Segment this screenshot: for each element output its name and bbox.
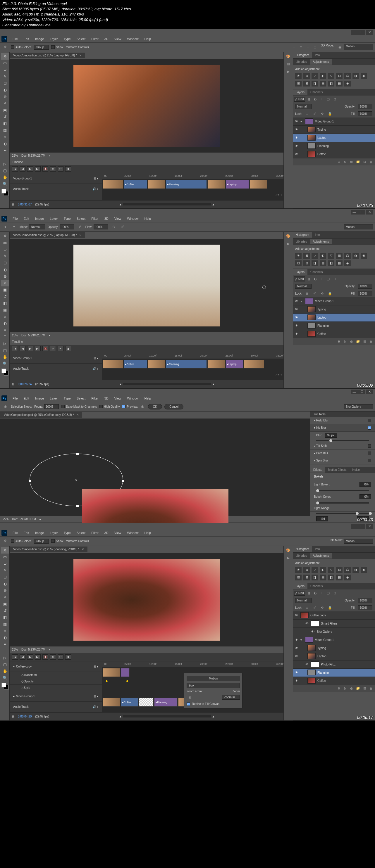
- blend-mode-dropdown[interactable]: Normal: [295, 284, 312, 289]
- healing-tool[interactable]: ⊕: [1, 273, 9, 280]
- clip-thumb-4[interactable]: [250, 180, 267, 189]
- mask-icon[interactable]: ◐: [349, 686, 354, 691]
- pen-tool[interactable]: ✒: [1, 327, 9, 334]
- layer-planning[interactable]: 👁Planning: [293, 322, 375, 330]
- brush-picker-icon[interactable]: ▾: [11, 224, 17, 230]
- filter-icon[interactable]: ▢: [325, 591, 331, 595]
- color-lookup-icon[interactable]: ⊞: [303, 260, 310, 266]
- clip-thumb-1[interactable]: [103, 180, 123, 189]
- brush-tool[interactable]: ✐: [1, 280, 9, 286]
- layer-coffee[interactable]: 👁Coffee: [293, 150, 375, 158]
- preview-checkbox[interactable]: ✓: [122, 405, 125, 408]
- visibility-icon[interactable]: 👁: [294, 144, 299, 148]
- frame-count-icon[interactable]: ⊞: [12, 382, 15, 386]
- document-tab[interactable]: VideoComposition.psd @ 25% (Laptop, RGB/…: [10, 232, 85, 238]
- actions-panel-icon[interactable]: ▶: [285, 241, 292, 247]
- path-tool[interactable]: ▷: [1, 340, 9, 347]
- layer-mask-icon[interactable]: ◐: [349, 160, 354, 164]
- workspace-dropdown[interactable]: Motion: [344, 224, 373, 229]
- layer-filter-kind[interactable]: ρ Kind: [294, 591, 305, 596]
- move-tool[interactable]: ✥: [1, 547, 9, 554]
- workspace-dropdown[interactable]: Motion: [344, 44, 373, 50]
- canvas-viewport[interactable]: [10, 239, 284, 332]
- selective-color-icon[interactable]: ◈: [344, 81, 351, 87]
- levels-icon[interactable]: ⊞: [303, 253, 310, 259]
- mask-icon[interactable]: ◐: [349, 339, 354, 344]
- clip-coffee[interactable]: ▸ Coffee: [124, 180, 147, 189]
- history-brush-tool[interactable]: ↺: [1, 293, 9, 300]
- first-frame-button[interactable]: |◀: [12, 346, 18, 351]
- menu-edit[interactable]: Edit: [21, 396, 32, 401]
- menu-file[interactable]: File: [10, 530, 21, 536]
- menu-file[interactable]: File: [10, 36, 21, 42]
- photo-filter-icon[interactable]: ◉: [360, 253, 367, 259]
- transition-button[interactable]: ◨: [65, 654, 71, 660]
- filter-icon[interactable]: T: [319, 277, 324, 281]
- layer-typing[interactable]: 👁Typing: [293, 126, 375, 134]
- gradient-tool[interactable]: ▦: [1, 307, 9, 313]
- brush-tool[interactable]: ✐: [1, 100, 9, 107]
- menu-layer[interactable]: Layer: [47, 36, 61, 42]
- lasso-tool[interactable]: ⊃: [1, 67, 9, 73]
- quick-select-tool[interactable]: ✎: [1, 73, 9, 80]
- vibrance-icon[interactable]: ▽: [328, 253, 334, 259]
- play-button[interactable]: ▶: [27, 346, 33, 351]
- fx-icon[interactable]: fx: [343, 339, 348, 344]
- adjustments-tab[interactable]: Adjustments: [310, 553, 332, 558]
- workspace-dropdown[interactable]: Motion: [344, 539, 373, 544]
- visibility-icon[interactable]: 👁: [294, 127, 299, 132]
- gradient-tool[interactable]: ▦: [1, 127, 9, 133]
- menu-image[interactable]: Image: [32, 216, 47, 221]
- timeline-ruler[interactable]: 00 05:00f 10:00f 15:00f 20:00f 25:00f 30…: [102, 173, 284, 179]
- menu-3d[interactable]: 3D: [102, 396, 111, 401]
- layer-laptop[interactable]: 👁Laptop: [293, 314, 375, 322]
- color-balance-icon[interactable]: ⚖: [344, 73, 351, 79]
- marquee-tool[interactable]: ▭: [1, 554, 9, 560]
- blur-value-input[interactable]: 39 px: [325, 433, 337, 438]
- transform-track[interactable]: ◇ Transform: [10, 672, 102, 678]
- iris-center-icon[interactable]: [76, 479, 77, 481]
- menu-file[interactable]: File: [10, 396, 21, 401]
- menu-view[interactable]: View: [111, 530, 124, 536]
- menu-edit[interactable]: Edit: [21, 36, 32, 42]
- light-bokeh-input[interactable]: 0%: [359, 482, 371, 487]
- opacity-track[interactable]: ◇ Opacity: [10, 678, 102, 685]
- menu-window[interactable]: Window: [124, 396, 141, 401]
- threshold-icon[interactable]: ◧: [328, 260, 334, 266]
- prev-frame-button[interactable]: ◀: [20, 654, 25, 660]
- exposure-icon[interactable]: ◐: [320, 253, 326, 259]
- motion-effects-tab[interactable]: Motion Effects: [325, 467, 349, 472]
- opacity-input[interactable]: 100%: [358, 598, 372, 603]
- filter-icon[interactable]: ◐: [313, 277, 318, 281]
- marquee-tool[interactable]: ▭: [1, 60, 9, 66]
- pressure-size-icon[interactable]: ✐: [119, 224, 126, 230]
- clip[interactable]: [121, 668, 129, 677]
- hand-tool[interactable]: ✋: [1, 668, 9, 675]
- zoom-in-icon[interactable]: ▲: [212, 203, 215, 206]
- clip-laptop[interactable]: ▸ Laptop: [226, 360, 243, 369]
- filter-adjust-icon[interactable]: ◐: [313, 97, 318, 101]
- frame-count-icon[interactable]: ⊞: [12, 715, 15, 718]
- zoom-level[interactable]: 25%: [3, 518, 8, 521]
- visibility-icon[interactable]: 👁: [294, 119, 299, 124]
- next-frame-button[interactable]: ▶|: [35, 166, 41, 172]
- video-group-track[interactable]: ▸Video Group 1⊞ ▾: [10, 691, 102, 702]
- menu-help[interactable]: Help: [142, 36, 154, 42]
- lasso-tool[interactable]: ⊃: [1, 246, 9, 253]
- maximize-button[interactable]: ☐: [358, 524, 365, 529]
- time-display[interactable]: 0;00;04;20: [18, 715, 32, 718]
- menu-view[interactable]: View: [111, 36, 124, 42]
- menu-type[interactable]: Type: [61, 216, 74, 221]
- layer-video-group[interactable]: 👁▾Video Group 1: [293, 297, 375, 305]
- align-left-icon[interactable]: ⫠: [291, 44, 297, 50]
- stamp-tool[interactable]: ▣: [1, 287, 9, 293]
- move-tool-icon[interactable]: ✥: [2, 538, 8, 544]
- filter-pixel-icon[interactable]: ▦: [306, 97, 312, 101]
- invert-icon[interactable]: ◨: [312, 260, 318, 266]
- posterize-icon[interactable]: ▤: [320, 260, 326, 266]
- opacity-input[interactable]: 100%: [358, 284, 372, 289]
- path-blur-item[interactable]: ▸ Path Blur: [310, 450, 375, 457]
- menu-select[interactable]: Select: [74, 396, 89, 401]
- clip-thumb-3[interactable]: [207, 180, 225, 189]
- layer-coffee-copy[interactable]: 👁Coffee copy: [293, 611, 375, 620]
